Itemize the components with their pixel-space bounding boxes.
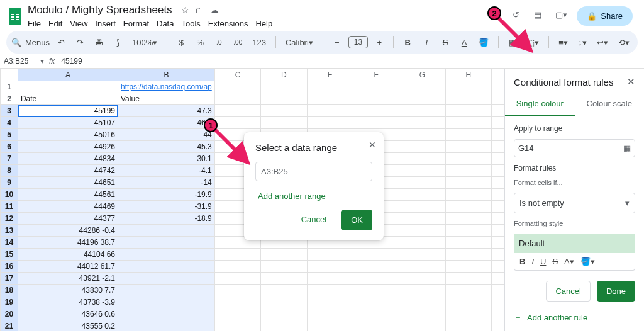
cell[interactable] [492, 249, 504, 261]
cell[interactable] [307, 285, 353, 296]
cell[interactable]: 45107 [18, 117, 118, 129]
cell[interactable] [118, 320, 215, 332]
share-button[interactable]: 🔒 Share [577, 6, 633, 26]
menu-file[interactable]: File [28, 19, 41, 28]
cell[interactable] [214, 261, 260, 273]
cell[interactable]: 44377 [18, 213, 118, 225]
cell[interactable] [214, 296, 260, 308]
cell[interactable] [307, 296, 353, 308]
row-header[interactable]: 21 [1, 320, 18, 332]
cell[interactable]: 44834 [18, 153, 118, 165]
cell[interactable] [261, 117, 307, 129]
cell[interactable]: 43555 0.2 [18, 320, 118, 332]
column-header-E[interactable]: E [307, 69, 353, 81]
cell[interactable] [399, 81, 445, 93]
cell[interactable]: -31.9 [118, 201, 215, 213]
cell[interactable] [492, 201, 504, 213]
panel-cancel-button[interactable]: Cancel [546, 281, 590, 302]
column-header-F[interactable]: F [353, 69, 399, 81]
row-header[interactable]: 12 [1, 213, 18, 225]
apply-range-input[interactable]: G14 ▦ [514, 139, 635, 157]
cell[interactable]: 44286 -0.4 [18, 225, 118, 237]
cell[interactable] [445, 296, 491, 308]
cell[interactable] [445, 141, 491, 153]
cell[interactable] [399, 237, 445, 249]
cell[interactable] [399, 153, 445, 165]
row-header[interactable]: 7 [1, 153, 18, 165]
cell[interactable] [492, 105, 504, 117]
cell[interactable]: 30.1 [118, 153, 215, 165]
meet-icon[interactable]: ▢▾ [555, 10, 568, 23]
cell[interactable] [353, 285, 399, 296]
cell[interactable] [399, 285, 445, 296]
font-size-decrease[interactable]: − [330, 34, 345, 50]
column-header-C[interactable]: C [214, 69, 260, 81]
cell[interactable] [307, 320, 353, 332]
row-header[interactable]: 2 [1, 93, 18, 105]
cell[interactable]: https://data.nasdaq.com/ap [118, 81, 215, 93]
cell[interactable] [445, 177, 491, 189]
undo-icon[interactable]: ↶ [53, 34, 69, 50]
cell[interactable] [214, 93, 260, 105]
cell[interactable]: 44561 [18, 189, 118, 201]
rotate-button[interactable]: ⟲▾ [615, 34, 633, 50]
dialog-add-range-link[interactable]: Add another range [255, 188, 326, 210]
cell[interactable] [445, 261, 491, 273]
row-header[interactable]: 17 [1, 273, 18, 285]
percent-button[interactable]: % [192, 34, 208, 50]
cell[interactable] [492, 273, 504, 285]
cell[interactable]: 43738 -3.9 [18, 296, 118, 308]
row-header[interactable]: 1 [1, 81, 18, 93]
cell[interactable] [399, 177, 445, 189]
text-color-button[interactable]: A [457, 34, 472, 50]
cell[interactable] [307, 93, 353, 105]
search-icon[interactable]: 🔍 [11, 38, 21, 47]
cell[interactable] [399, 93, 445, 105]
dialog-range-input[interactable]: A3:B25 [255, 162, 372, 181]
cell[interactable] [307, 261, 353, 273]
cell[interactable]: 44926 [18, 141, 118, 153]
cell[interactable] [445, 285, 491, 296]
cell[interactable] [492, 285, 504, 296]
cell[interactable] [399, 117, 445, 129]
menus-label[interactable]: Menus [25, 38, 50, 47]
zoom-select[interactable]: 100% ▾ [129, 34, 160, 50]
cell[interactable] [492, 153, 504, 165]
cell[interactable] [492, 213, 504, 225]
cell[interactable] [445, 81, 491, 93]
cell[interactable] [214, 320, 260, 332]
cell[interactable] [307, 81, 353, 93]
row-header[interactable]: 11 [1, 201, 18, 213]
cell[interactable]: 44 [118, 129, 215, 141]
bold-button[interactable]: B [400, 34, 415, 50]
cell[interactable]: 44469 [18, 201, 118, 213]
cell[interactable] [353, 273, 399, 285]
cell[interactable] [353, 296, 399, 308]
style-fill-color-button[interactable]: 🪣▾ [580, 257, 595, 266]
halign-button[interactable]: ≡▾ [555, 34, 571, 50]
cell[interactable] [214, 105, 260, 117]
cell[interactable] [353, 249, 399, 261]
cell[interactable] [214, 273, 260, 285]
row-header[interactable]: 6 [1, 141, 18, 153]
cell[interactable]: 47.3 [118, 105, 215, 117]
cell[interactable] [445, 213, 491, 225]
style-text-color-button[interactable]: A▾ [564, 257, 574, 266]
decrease-decimal-button[interactable]: .0 [211, 34, 226, 50]
cell[interactable]: 45.3 [118, 141, 215, 153]
cell[interactable] [118, 285, 215, 296]
cell[interactable] [445, 129, 491, 141]
cell[interactable] [353, 320, 399, 332]
cell[interactable] [261, 285, 307, 296]
cell[interactable] [445, 93, 491, 105]
cell[interactable] [307, 117, 353, 129]
cell[interactable] [445, 165, 491, 177]
row-header[interactable]: 3 [1, 105, 18, 117]
style-strike-button[interactable]: S [552, 257, 558, 266]
cell[interactable] [492, 308, 504, 320]
cell[interactable] [492, 225, 504, 237]
cell[interactable] [445, 105, 491, 117]
cell[interactable] [214, 249, 260, 261]
column-header-G[interactable]: G [399, 69, 445, 81]
cell[interactable] [399, 105, 445, 117]
